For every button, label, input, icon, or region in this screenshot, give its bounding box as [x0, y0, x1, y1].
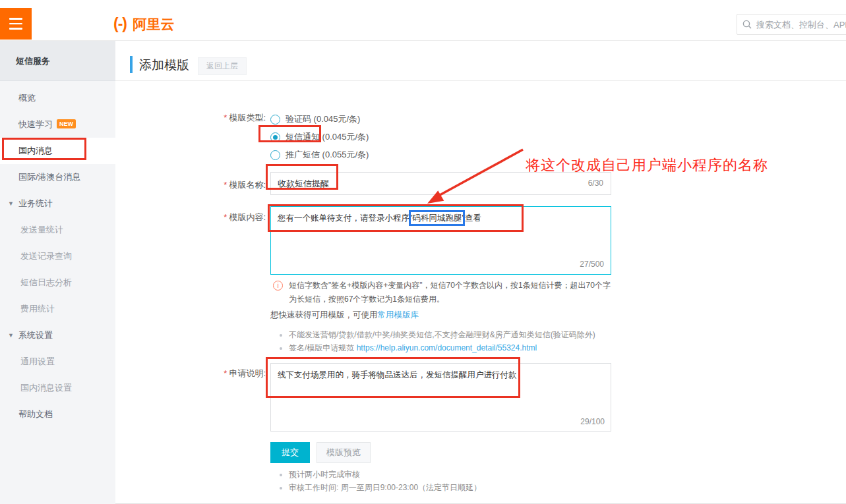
quick-template-tip: 想快速获得可用模版，可使用常用模版库 — [270, 310, 419, 321]
page-title: 添加模版 — [139, 57, 189, 74]
char-counter: 27/500 — [580, 258, 604, 270]
sidebar-item-send-volume-stats[interactable]: 发送量统计 — [0, 217, 115, 243]
template-name-input[interactable] — [270, 172, 611, 195]
sidebar-item-quick-learn[interactable]: 快速学习NEW — [0, 111, 115, 138]
application-note-field: 线下支付场景用的，骑手将物品送达后，发短信提醒用户进行付款 29/100 — [270, 363, 611, 432]
template-content-editor[interactable]: 您有一个账单待支付，请登录小程序"码科同城跑腿"查看 27/500 — [270, 206, 611, 275]
app-root: (-) 阿里云 短信服务 概览 快速学习NEW 国内消息 国际/港澳台消息 ▼业… — [0, 0, 846, 504]
radio-promo-sms[interactable]: 推广短信 (0.055元/条) — [270, 148, 369, 162]
search-icon — [742, 20, 752, 29]
highlighted-app-name: 码科同城跑腿 — [412, 213, 462, 223]
caret-down-icon: ▼ — [8, 190, 14, 217]
aliyun-logo-text: 阿里云 — [133, 16, 174, 32]
annotation-callout-text: 将这个改成自己用户端小程序的名称 — [526, 155, 768, 175]
common-template-library-link[interactable]: 常用模版库 — [378, 310, 419, 320]
billing-notice-text: 短信字数含"签名+模版内容+变量内容"，短信70个字数含以内，按1条短信计费；超… — [289, 279, 617, 306]
sidebar-item-send-record-query[interactable]: 发送记录查询 — [0, 243, 115, 269]
footnote-item: 预计两小时完成审核 — [289, 468, 481, 481]
template-type-label: *模版类型: — [180, 112, 266, 124]
sidebar-item-overview[interactable]: 概览 — [0, 85, 115, 111]
doc-link[interactable]: https://help.aliyun.com/document_detail/… — [357, 343, 537, 352]
hamburger-menu-button[interactable] — [0, 8, 32, 40]
application-note-label: *申请说明: — [180, 368, 266, 379]
aliyun-logo-bracket-icon: (-) — [113, 15, 127, 32]
sidebar-item-intl-messages[interactable]: 国际/港澳台消息 — [0, 164, 115, 190]
submit-button[interactable]: 提交 — [270, 442, 310, 463]
rules-list: 不能发送营销/贷款/借款/中奖/抽奖类短信,不支持金融理财&房产通知类短信(验证… — [289, 328, 595, 354]
title-accent-bar — [130, 56, 133, 73]
sidebar: 短信服务 概览 快速学习NEW 国内消息 国际/港澳台消息 ▼业务统计 发送量统… — [0, 41, 115, 504]
back-button[interactable]: 返回上层 — [198, 57, 247, 75]
info-icon: i — [273, 281, 283, 291]
sidebar-title: 短信服务 — [0, 41, 115, 81]
sidebar-item-cost-stats[interactable]: 费用统计 — [0, 296, 115, 322]
sidebar-item-domestic-message-settings[interactable]: 国内消息设置 — [0, 375, 115, 401]
rule-item: 签名/模版申请规范 https://help.aliyun.com/docume… — [289, 341, 595, 354]
sidebar-item-help-docs[interactable]: 帮助文档 — [0, 401, 115, 428]
topbar: (-) 阿里云 — [0, 0, 846, 41]
application-note-textarea[interactable]: 线下支付场景用的，骑手将物品送达后，发短信提醒用户进行付款 — [270, 363, 611, 432]
radio-icon — [270, 115, 280, 125]
preview-button[interactable]: 模版预览 — [317, 442, 371, 463]
sidebar-group-system-settings[interactable]: ▼系统设置 — [0, 322, 115, 349]
footnotes-list: 预计两小时完成审核 审核工作时间: 周一至周日9:00-23:00（法定节日顺延… — [289, 468, 481, 494]
template-name-field: 6/30 — [270, 172, 611, 195]
template-content-label: *模版内容: — [180, 211, 266, 223]
sidebar-item-sms-log-analysis[interactable]: 短信日志分析 — [0, 269, 115, 296]
page-header: 添加模版 返回上层 — [115, 41, 846, 81]
caret-down-icon: ▼ — [8, 322, 14, 349]
char-counter: 29/100 — [580, 417, 605, 426]
sidebar-item-general-settings[interactable]: 通用设置 — [0, 349, 115, 375]
sidebar-item-domestic-messages[interactable]: 国内消息 — [0, 138, 115, 164]
aliyun-logo[interactable]: (-) 阿里云 — [113, 15, 174, 34]
sidebar-nav: 概览 快速学习NEW 国内消息 国际/港澳台消息 ▼业务统计 发送量统计 发送记… — [0, 81, 115, 428]
template-name-label: *模版名称: — [180, 179, 266, 191]
radio-verification-code[interactable]: 验证码 (0.045元/条) — [270, 112, 360, 126]
rule-item: 不能发送营销/贷款/借款/中奖/抽奖类短信,不支持金融理财&房产通知类短信(验证… — [289, 328, 595, 341]
char-counter: 6/30 — [588, 179, 603, 188]
radio-icon — [270, 150, 280, 160]
search-input[interactable] — [756, 20, 846, 30]
global-search[interactable] — [737, 14, 846, 35]
footnote-item: 审核工作时间: 周一至周日9:00-23:00（法定节日顺延） — [289, 481, 481, 494]
sidebar-group-business-stats[interactable]: ▼业务统计 — [0, 190, 115, 217]
radio-sms-notification[interactable]: 短信通知 (0.045元/条) — [270, 130, 369, 144]
hamburger-icon — [9, 18, 22, 20]
new-badge: NEW — [57, 119, 76, 128]
radio-selected-icon — [270, 132, 280, 142]
